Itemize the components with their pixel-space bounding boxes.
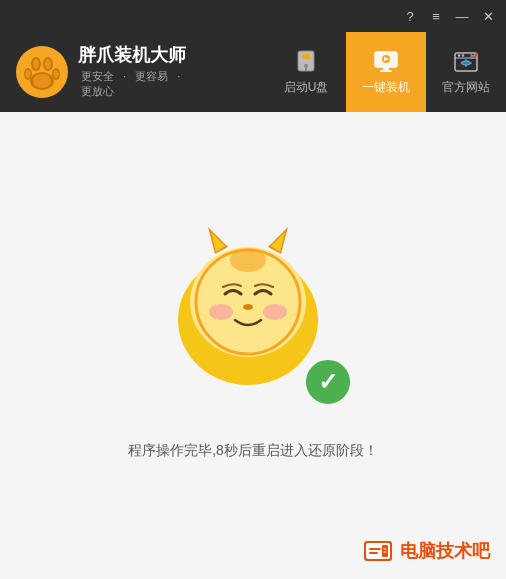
main-content: 程序操作完毕,8秒后重启进入还原阶段！ 电脑技术吧 [0,112,506,579]
svg-point-8 [26,70,31,78]
watermark-text: 电脑技术吧 [400,539,490,563]
svg-rect-18 [380,70,392,72]
logo-text-area: 胖爪装机大师 更安全 · 更容易 · 更放心 [78,45,200,100]
nav-label-usb: 启动U盘 [284,79,329,96]
minimize-button[interactable]: — [452,6,472,26]
nav-area: 启动U盘 一键装机 [266,32,506,112]
nav-label-official: 官方网站 [442,79,490,96]
header: 胖爪装机大师 更安全 · 更容易 · 更放心 启动U盘 [0,32,506,112]
mascot-container [153,212,353,412]
help-button[interactable]: ? [400,6,420,26]
svg-point-32 [209,304,233,320]
svg-point-9 [54,70,59,78]
svg-point-10 [33,74,51,88]
svg-point-35 [230,248,266,272]
svg-rect-38 [382,545,388,557]
logo-subtitle: 更安全 · 更容易 · 更放心 [78,69,200,99]
nav-item-onekey[interactable]: 一键装机 [346,32,426,112]
svg-point-34 [243,304,253,310]
status-text: 程序操作完毕,8秒后重启进入还原阶段！ [128,442,378,460]
watermark: 电脑技术吧 [362,535,490,567]
svg-text:e: e [470,50,476,61]
svg-point-7 [45,59,51,69]
svg-rect-17 [383,67,389,70]
title-bar: ? ≡ — ✕ [0,0,506,32]
nav-label-onekey: 一键装机 [362,79,410,96]
usb-icon [293,49,319,75]
close-button[interactable]: ✕ [478,6,498,26]
svg-point-22 [458,54,460,56]
browser-icon: e [453,49,479,75]
logo-title: 胖爪装机大师 [78,45,200,67]
menu-button[interactable]: ≡ [426,6,446,26]
svg-point-23 [462,54,464,56]
svg-point-33 [263,304,287,320]
checkmark-badge [303,357,353,407]
svg-rect-12 [302,54,310,59]
monitor-icon [373,49,399,75]
logo-area: 胖爪装机大师 更安全 · 更容易 · 更放心 [0,45,200,100]
nav-item-usb[interactable]: 启动U盘 [266,32,346,112]
nav-item-official[interactable]: e 官方网站 [426,32,506,112]
logo-icon [16,46,68,98]
watermark-icon [362,535,394,567]
svg-rect-14 [305,67,307,71]
svg-point-6 [33,59,39,69]
